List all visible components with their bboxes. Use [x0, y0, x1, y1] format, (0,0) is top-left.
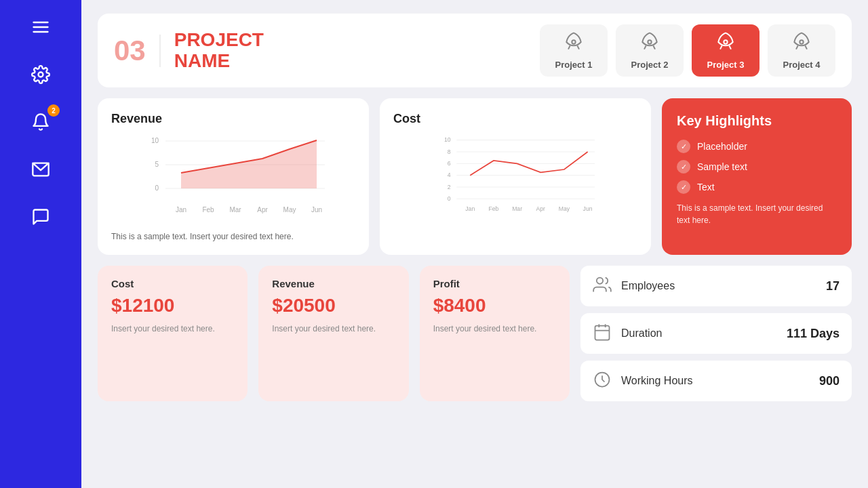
highlight-label-3: Text: [697, 182, 715, 192]
svg-text:0: 0: [448, 195, 451, 202]
revenue-card: Revenue 10 5 0 Jan Feb Mar Apr May Jun: [98, 98, 369, 255]
duration-row: Duration 111 Days: [580, 313, 852, 354]
svg-text:Jun: Jun: [311, 206, 322, 214]
revenue-stat-desc: Insert your desired text here.: [272, 323, 395, 335]
rocket-icon-1: [563, 31, 585, 56]
duration-value: 111 Days: [787, 327, 840, 341]
cost-chart-title: Cost: [393, 112, 637, 126]
svg-text:4: 4: [448, 171, 451, 178]
svg-text:Apr: Apr: [257, 206, 268, 214]
tab4-label: Project 4: [783, 60, 821, 70]
svg-point-7: [724, 40, 727, 43]
svg-text:5: 5: [155, 161, 159, 168]
profit-stat-card: Profit $8400 Insert your desired text he…: [420, 266, 570, 401]
working-hours-label: Working Hours: [621, 375, 810, 387]
settings-icon[interactable]: [27, 61, 54, 88]
tab2-label: Project 2: [631, 60, 669, 70]
profit-stat-value: $8400: [433, 295, 556, 317]
check-icon-1: ✓: [677, 140, 690, 153]
project-name-block: PROJECT NAME: [174, 30, 526, 72]
notification-badge: 2: [47, 104, 60, 117]
rocket-icon-2: [639, 31, 660, 56]
svg-point-3: [39, 73, 43, 77]
check-icon-2: ✓: [677, 160, 690, 174]
svg-text:8: 8: [448, 148, 451, 155]
tab-project1[interactable]: Project 1: [540, 24, 608, 77]
duration-icon: [593, 323, 612, 344]
cost-card: Cost 10 8 6 4 2 0 Jan Feb Mar Ap: [380, 98, 651, 255]
working-hours-value: 900: [819, 374, 840, 388]
revenue-stat-card: Revenue $20500 Insert your desired text …: [258, 266, 408, 401]
svg-text:0: 0: [155, 184, 159, 192]
svg-text:Mar: Mar: [512, 205, 522, 212]
revenue-chart-title: Revenue: [111, 112, 355, 126]
cost-stat-desc: Insert your desired text here.: [111, 323, 234, 335]
svg-text:Mar: Mar: [229, 206, 241, 214]
svg-text:6: 6: [448, 160, 451, 167]
svg-text:10: 10: [444, 136, 451, 143]
revenue-chart-svg: 10 5 0 Jan Feb Mar Apr May Jun: [111, 134, 355, 222]
highlights-description: This is a sample text. Insert your desir…: [677, 202, 837, 226]
svg-text:Apr: Apr: [536, 205, 546, 212]
tab-project2[interactable]: Project 2: [616, 24, 684, 77]
tab3-label: Project 3: [707, 60, 745, 70]
highlight-item-1: ✓ Placeholder: [677, 140, 837, 153]
highlights-title: Key Highlights: [677, 113, 837, 129]
mail-icon[interactable]: [27, 156, 54, 183]
svg-text:Feb: Feb: [488, 205, 498, 212]
profit-stat-desc: Insert your desired text here.: [433, 323, 556, 335]
menu-icon[interactable]: [27, 14, 54, 41]
revenue-stat-label: Revenue: [272, 278, 395, 289]
tab1-label: Project 1: [555, 60, 593, 70]
revenue-stat-value: $20500: [272, 295, 395, 317]
highlight-label-1: Placeholder: [697, 141, 747, 152]
svg-text:Jan: Jan: [465, 205, 475, 212]
bottom-row: Cost $12100 Insert your desired text her…: [98, 266, 852, 401]
svg-text:2: 2: [448, 184, 451, 190]
svg-point-6: [648, 40, 651, 43]
profit-stat-label: Profit: [433, 278, 556, 289]
highlight-label-2: Sample text: [697, 161, 747, 172]
cost-stat-value: $12100: [111, 295, 234, 317]
svg-point-8: [800, 40, 803, 43]
hours-icon: [593, 370, 612, 392]
top-bar: 03 PROJECT NAME Project 1 Project 2: [98, 14, 852, 87]
revenue-chart-description: This is a sample text. Insert your desir…: [111, 232, 355, 241]
highlight-item-2: ✓ Sample text: [677, 160, 837, 174]
rocket-icon-3: [715, 31, 736, 56]
charts-row: Revenue 10 5 0 Jan Feb Mar Apr May Jun: [98, 98, 852, 255]
notification-icon[interactable]: 2: [27, 108, 54, 136]
employees-row: Employees 17: [580, 266, 852, 306]
project-number: 03: [114, 35, 161, 67]
duration-label: Duration: [621, 327, 777, 340]
tab-project4[interactable]: Project 4: [768, 24, 835, 77]
tab-project3[interactable]: Project 3: [692, 24, 760, 77]
sidebar: 2: [0, 0, 81, 488]
svg-text:Jun: Jun: [583, 205, 593, 212]
svg-text:Feb: Feb: [202, 206, 214, 214]
cost-stat-label: Cost: [111, 278, 234, 289]
svg-point-40: [597, 278, 603, 284]
employees-icon: [593, 275, 612, 297]
svg-text:10: 10: [151, 137, 159, 144]
chat-icon[interactable]: [27, 203, 54, 230]
svg-text:Jan: Jan: [176, 206, 186, 214]
project-tabs: Project 1 Project 2 Project 3 Project 4: [540, 24, 835, 77]
highlights-card: Key Highlights ✓ Placeholder ✓ Sample te…: [662, 98, 852, 255]
info-column: Employees 17 Duration 111 Days: [580, 266, 852, 401]
working-hours-row: Working Hours 900: [580, 361, 852, 401]
project-name: PROJECT NAME: [174, 30, 526, 72]
check-icon-3: ✓: [677, 180, 690, 194]
highlight-item-3: ✓ Text: [677, 180, 837, 194]
svg-rect-41: [595, 326, 609, 340]
employees-label: Employees: [621, 280, 816, 292]
rocket-icon-4: [791, 31, 812, 56]
cost-stat-card: Cost $12100 Insert your desired text her…: [98, 266, 248, 401]
cost-chart-svg: 10 8 6 4 2 0 Jan Feb Mar Apr May Jun: [393, 134, 637, 222]
main-content: 03 PROJECT NAME Project 1 Project 2: [81, 0, 868, 488]
svg-point-5: [572, 40, 575, 43]
svg-text:May: May: [559, 205, 570, 212]
employees-value: 17: [826, 279, 840, 293]
svg-text:May: May: [283, 206, 296, 214]
